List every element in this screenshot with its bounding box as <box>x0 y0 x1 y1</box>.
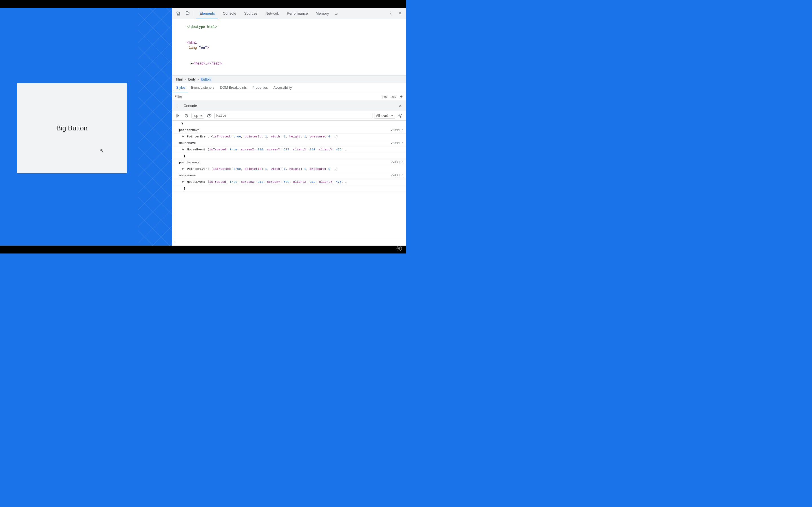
levels-value: All levels <box>376 114 389 118</box>
body-open-line[interactable]: ▼<body> <box>172 71 406 75</box>
console-panel: ⋮ Console ✕ top <box>172 101 406 245</box>
tab-network[interactable]: Network <box>262 8 283 19</box>
filter-bar: :hov .cls + <box>172 93 406 101</box>
styles-tab-event-listeners[interactable]: Event Listeners <box>188 83 217 93</box>
big-button-container[interactable]: Big Button ↖ <box>17 83 127 173</box>
tab-memory[interactable]: Memory <box>312 8 333 19</box>
log-levels-selector[interactable]: All levels <box>374 113 395 119</box>
console-menu-button[interactable]: ⋮ <box>174 103 181 109</box>
tab-console[interactable]: Console <box>219 8 240 19</box>
devtools-panel: Elements Console Sources Network Perform… <box>172 8 406 245</box>
console-settings-button[interactable] <box>397 112 404 119</box>
console-toolbar: top All levels <box>172 111 406 121</box>
console-mousemove-2-close: } <box>172 185 406 192</box>
tab-elements[interactable]: Elements <box>196 8 218 19</box>
styles-tab-accessibility[interactable]: Accessibility <box>271 83 295 93</box>
tab-performance[interactable]: Performance <box>283 8 311 19</box>
console-close-button[interactable]: ✕ <box>397 103 404 109</box>
styles-tab-properties[interactable]: Properties <box>250 83 271 93</box>
html-line[interactable]: <html lang="en"> <box>172 35 406 56</box>
context-value: top <box>193 114 198 118</box>
svg-point-3 <box>187 14 188 15</box>
breadcrumb-body[interactable]: body <box>187 77 197 82</box>
big-button-text: Big Button <box>56 124 88 132</box>
styles-tabs: Styles Event Listeners DOM Breakpoints P… <box>172 83 406 93</box>
device-toolbar-button[interactable] <box>184 10 192 17</box>
console-pointermove-1[interactable]: pointermove VM411:1 <box>172 127 406 133</box>
devtools-close-button[interactable]: ✕ <box>396 10 404 17</box>
svg-rect-0 <box>177 12 178 13</box>
inspect-element-button[interactable] <box>174 10 183 17</box>
cls-button[interactable]: .cls <box>390 94 397 99</box>
styles-tab-styles[interactable]: Styles <box>173 83 188 93</box>
console-prompt: › <box>174 240 175 244</box>
devtools-more-button[interactable]: ⋮ <box>387 10 395 17</box>
console-mousemove-2[interactable]: mousemove VM411:1 <box>172 172 406 179</box>
top-bar <box>0 0 406 8</box>
console-header: ⋮ Console ✕ <box>172 101 406 111</box>
clear-console-button[interactable] <box>183 112 190 119</box>
styles-filter-input[interactable] <box>174 95 378 99</box>
toolbar-separator <box>194 11 194 16</box>
add-style-button[interactable]: + <box>399 94 404 100</box>
tab-sources[interactable]: Sources <box>241 8 261 19</box>
console-filter-container <box>214 113 372 119</box>
console-title: Console <box>183 104 396 108</box>
svg-point-9 <box>209 115 210 116</box>
console-pointermove-2-detail[interactable]: ▶ PointerEvent {isTrusted: true, pointer… <box>172 166 406 172</box>
breadcrumb-button[interactable]: button <box>200 77 212 82</box>
context-selector[interactable]: top <box>192 113 204 119</box>
head-line[interactable]: ▶<head>…</head> <box>172 56 406 71</box>
console-mousemove-1-close: } <box>172 153 406 159</box>
console-output[interactable]: } pointermove VM411:1 ▶ PointerEvent {is… <box>172 121 406 238</box>
mouse-cursor-indicator: ↖ <box>100 148 104 153</box>
svg-rect-1 <box>186 11 188 14</box>
elements-panel: <!doctype html> <html lang="en"> ▶<head>… <box>172 19 406 75</box>
console-filter-input[interactable] <box>216 114 370 118</box>
svg-point-10 <box>400 115 401 116</box>
console-mousemove-1[interactable]: mousemove VM411:1 <box>172 140 406 147</box>
console-pointermove-1-detail[interactable]: ▶ PointerEvent {isTrusted: true, pointer… <box>172 133 406 140</box>
breadcrumb-bar: html › body › button <box>172 75 406 83</box>
website-content: Big Button ↖ <box>11 22 133 234</box>
live-expression-button[interactable] <box>206 112 213 119</box>
tabs-overflow-button[interactable]: » <box>334 11 340 16</box>
svg-rect-2 <box>188 12 189 14</box>
console-input-line: › <box>172 238 406 245</box>
styles-tab-dom-breakpoints[interactable]: DOM Breakpoints <box>217 83 250 93</box>
bottom-bar <box>0 245 406 253</box>
head-triangle[interactable]: ▶ <box>191 61 193 66</box>
console-mousemove-1-detail[interactable]: ▶ MouseEvent {isTrusted: true, screenX: … <box>172 147 406 153</box>
console-input[interactable] <box>177 240 404 244</box>
console-mousemove-2-detail[interactable]: ▶ MouseEvent {isTrusted: true, screenX: … <box>172 179 406 185</box>
chrome-logo <box>396 245 402 252</box>
execute-button[interactable] <box>174 112 181 119</box>
page-area: Big Button ↖ <box>0 8 138 245</box>
devtools-toolbar: Elements Console Sources Network Perform… <box>172 8 406 19</box>
doctype-line: <!doctype html> <box>172 19 406 35</box>
svg-line-7 <box>185 115 188 117</box>
console-pointermove-2[interactable]: pointermove VM411:1 <box>172 159 406 166</box>
breadcrumb-html[interactable]: html <box>174 77 185 82</box>
hov-button[interactable]: :hov <box>380 94 389 99</box>
console-brace-1: } <box>172 121 406 127</box>
